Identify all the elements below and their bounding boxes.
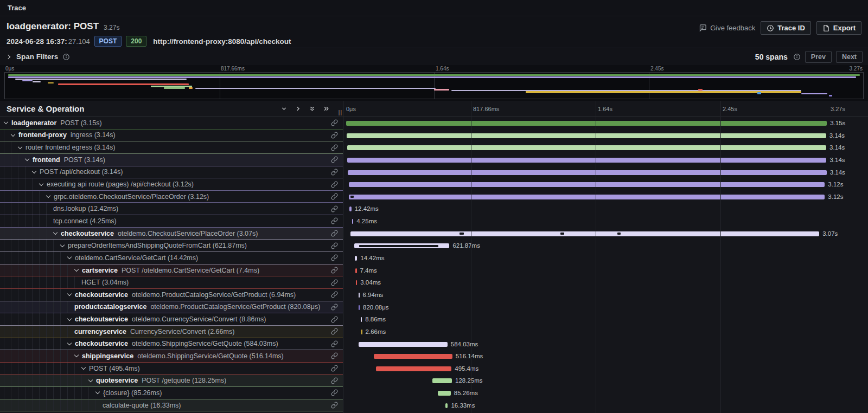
- span-timeline-row[interactable]: 7.4ms: [343, 264, 868, 277]
- span-timeline-row[interactable]: 6.94ms: [343, 289, 868, 301]
- link-icon[interactable]: [331, 389, 338, 396]
- chevron-down-icon[interactable]: [32, 170, 37, 175]
- chevron-down-icon[interactable]: [4, 120, 9, 125]
- link-icon[interactable]: [331, 230, 338, 237]
- chevron-right-icon[interactable]: [7, 55, 11, 59]
- link-icon[interactable]: [331, 169, 338, 176]
- span-name-row[interactable]: POST (495.4ms): [0, 363, 343, 375]
- expand-one-icon[interactable]: [295, 105, 302, 112]
- collapse-one-icon[interactable]: [280, 105, 288, 112]
- chevron-down-icon[interactable]: [74, 268, 79, 273]
- chevron-down-icon[interactable]: [95, 390, 100, 395]
- span-name-row[interactable]: quoteservice POST /getquote (128.25ms): [0, 375, 343, 387]
- span-duration-bar[interactable]: [349, 182, 825, 187]
- span-duration-bar[interactable]: [359, 293, 360, 298]
- collapse-all-icon[interactable]: [309, 105, 316, 112]
- chevron-down-icon[interactable]: [67, 341, 72, 346]
- span-duration-bar[interactable]: [355, 256, 357, 261]
- chevron-down-icon[interactable]: [39, 182, 44, 187]
- trace-id-button[interactable]: Trace ID: [761, 21, 811, 35]
- span-filters-label[interactable]: Span Filters: [16, 53, 58, 61]
- span-name-row[interactable]: checkoutservice oteldemo.ProductCatalogS…: [0, 289, 343, 301]
- span-timeline-row[interactable]: 621.87ms: [343, 240, 868, 252]
- link-icon[interactable]: [331, 119, 338, 126]
- span-name-row[interactable]: currencyservice CurrencyService/Convert …: [0, 326, 343, 338]
- span-timeline-row[interactable]: 128.25ms: [343, 375, 868, 387]
- expand-all-icon[interactable]: [323, 105, 330, 112]
- link-icon[interactable]: [331, 328, 338, 335]
- span-name-row[interactable]: frontend-proxy ingress (3.14s): [0, 130, 343, 142]
- span-duration-bar[interactable]: [349, 195, 825, 199]
- span-timeline-row[interactable]: 2.66ms: [343, 326, 868, 338]
- span-timeline-row[interactable]: 4.25ms: [343, 215, 868, 228]
- span-timeline-row[interactable]: 495.4ms: [343, 363, 868, 375]
- link-icon[interactable]: [331, 205, 338, 212]
- span-duration-bar[interactable]: [361, 317, 362, 322]
- span-timeline-row[interactable]: 3.14s: [343, 166, 868, 179]
- span-timeline-row[interactable]: 3.04ms: [343, 276, 868, 289]
- span-duration-bar[interactable]: [361, 330, 362, 334]
- chevron-down-icon[interactable]: [81, 366, 86, 371]
- span-name-row[interactable]: {closure} (85.26ms): [0, 387, 343, 399]
- span-timeline-row[interactable]: 584.03ms: [343, 338, 868, 351]
- span-duration-bar[interactable]: [356, 280, 357, 285]
- span-name-row[interactable]: router frontend egress (3.14s): [0, 141, 343, 154]
- span-name-row[interactable]: checkoutservice oteldemo.ShippingService…: [0, 338, 343, 351]
- span-timeline-row[interactable]: 16.33ms: [343, 399, 868, 412]
- span-duration-bar[interactable]: [445, 403, 448, 408]
- span-duration-bar[interactable]: [347, 145, 826, 150]
- span-name-row[interactable]: checkoutservice oteldemo.CheckoutService…: [0, 228, 343, 240]
- chevron-down-icon[interactable]: [11, 133, 16, 138]
- link-icon[interactable]: [331, 316, 338, 323]
- span-timeline-row[interactable]: 3.14s: [343, 130, 868, 142]
- span-duration-bar[interactable]: [355, 268, 356, 273]
- span-duration-bar[interactable]: [348, 170, 827, 175]
- span-name-row[interactable]: tcp.connect (4.25ms): [0, 215, 343, 228]
- span-name-row[interactable]: frontend POST (3.14s): [0, 154, 343, 166]
- span-duration-bar[interactable]: [432, 378, 452, 383]
- link-icon[interactable]: [331, 352, 338, 359]
- span-name-row[interactable]: dns.lookup (12.42ms): [0, 203, 343, 215]
- span-name-row[interactable]: POST /api/checkout (3.14s): [0, 166, 343, 179]
- link-icon[interactable]: [331, 402, 338, 409]
- span-name-row[interactable]: loadgenerator POST (3.15s): [0, 117, 343, 130]
- span-duration-bar[interactable]: [347, 158, 826, 163]
- trace-minimap[interactable]: 0μs817.66ms1.64s2.45s3.27s: [0, 65, 868, 101]
- span-duration-bar[interactable]: [359, 305, 360, 310]
- chevron-down-icon[interactable]: [88, 378, 93, 383]
- chevron-down-icon[interactable]: [25, 157, 30, 162]
- link-icon[interactable]: [331, 193, 338, 200]
- link-icon[interactable]: [331, 254, 338, 261]
- link-icon[interactable]: [331, 156, 338, 163]
- link-icon[interactable]: [331, 181, 338, 188]
- span-name-row[interactable]: cartservice POST /oteldemo.CartService/G…: [0, 264, 343, 277]
- span-timeline-row[interactable]: 3.14s: [343, 154, 868, 166]
- link-icon[interactable]: [331, 279, 338, 286]
- span-timeline-row[interactable]: 3.14s: [343, 141, 868, 154]
- link-icon[interactable]: [331, 340, 338, 347]
- chevron-down-icon[interactable]: [67, 255, 72, 260]
- span-duration-bar[interactable]: [374, 354, 452, 359]
- chevron-down-icon[interactable]: [67, 292, 72, 297]
- span-timeline-row[interactable]: 8.86ms: [343, 313, 868, 326]
- link-icon[interactable]: [331, 217, 338, 224]
- span-name-row[interactable]: prepareOrderItemsAndShippingQuoteFromCar…: [0, 240, 343, 252]
- span-duration-bar[interactable]: [347, 133, 826, 138]
- span-duration-bar[interactable]: [438, 391, 451, 396]
- export-button[interactable]: Export: [816, 21, 861, 35]
- span-duration-bar[interactable]: [376, 366, 451, 371]
- span-timeline-row[interactable]: 85.26ms: [343, 387, 868, 399]
- span-timeline-row[interactable]: 14.42ms: [343, 252, 868, 264]
- span-timeline-row[interactable]: 3.15s: [343, 117, 868, 130]
- chevron-down-icon[interactable]: [67, 317, 72, 322]
- span-name-row[interactable]: productcatalogservice oteldemo.ProductCa…: [0, 301, 343, 314]
- span-timeline-row[interactable]: 3.12s: [343, 178, 868, 191]
- span-duration-bar[interactable]: [350, 231, 819, 236]
- chevron-down-icon[interactable]: [74, 353, 79, 358]
- span-duration-bar[interactable]: [352, 219, 353, 224]
- span-name-row[interactable]: HGET (3.04ms): [0, 276, 343, 289]
- span-timeline-row[interactable]: 516.14ms: [343, 350, 868, 363]
- span-duration-bar[interactable]: [359, 342, 448, 347]
- prev-button[interactable]: Prev: [805, 51, 832, 63]
- link-icon[interactable]: [331, 365, 338, 372]
